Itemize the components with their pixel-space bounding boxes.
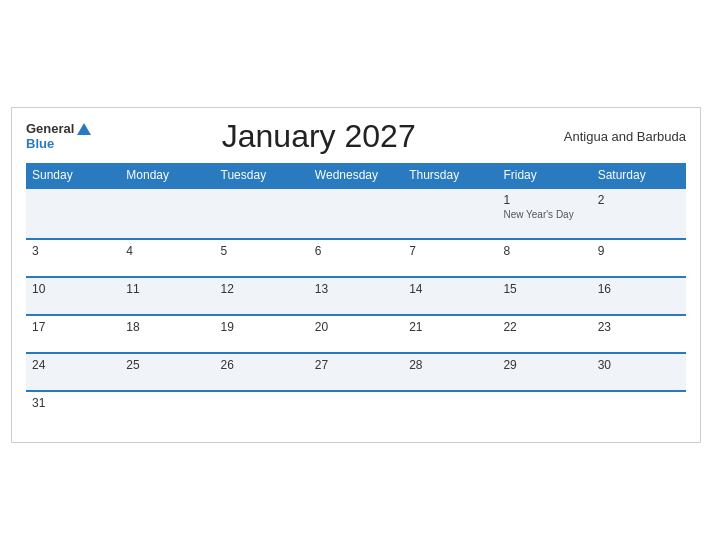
day-number: 16 xyxy=(598,282,680,296)
calendar-cell xyxy=(120,391,214,428)
calendar-cell: 5 xyxy=(215,239,309,277)
day-number: 10 xyxy=(32,282,114,296)
day-number: 14 xyxy=(409,282,491,296)
calendar-cell: 30 xyxy=(592,353,686,391)
calendar-cell: 4 xyxy=(120,239,214,277)
calendar-cell: 20 xyxy=(309,315,403,353)
day-number: 30 xyxy=(598,358,680,372)
calendar-cell: 29 xyxy=(497,353,591,391)
day-number: 26 xyxy=(221,358,303,372)
weekday-header-monday: Monday xyxy=(120,163,214,188)
week-row-2: 3456789 xyxy=(26,239,686,277)
calendar-cell: 13 xyxy=(309,277,403,315)
day-number: 28 xyxy=(409,358,491,372)
calendar-cell xyxy=(403,188,497,239)
calendar-cell: 2 xyxy=(592,188,686,239)
day-number: 21 xyxy=(409,320,491,334)
week-row-3: 10111213141516 xyxy=(26,277,686,315)
week-row-1: 1New Year's Day2 xyxy=(26,188,686,239)
calendar-cell: 23 xyxy=(592,315,686,353)
day-number: 7 xyxy=(409,244,491,258)
calendar-table: SundayMondayTuesdayWednesdayThursdayFrid… xyxy=(26,163,686,428)
logo-triangle-icon xyxy=(77,123,91,135)
calendar-cell xyxy=(497,391,591,428)
day-number: 5 xyxy=(221,244,303,258)
calendar-cell: 24 xyxy=(26,353,120,391)
calendar-cell: 28 xyxy=(403,353,497,391)
weekday-header-row: SundayMondayTuesdayWednesdayThursdayFrid… xyxy=(26,163,686,188)
calendar-cell: 31 xyxy=(26,391,120,428)
day-number: 6 xyxy=(315,244,397,258)
calendar-cell: 21 xyxy=(403,315,497,353)
calendar-cell: 18 xyxy=(120,315,214,353)
day-number: 18 xyxy=(126,320,208,334)
calendar-cell: 11 xyxy=(120,277,214,315)
calendar-cell xyxy=(120,188,214,239)
day-number: 25 xyxy=(126,358,208,372)
calendar-cell xyxy=(215,188,309,239)
calendar-cell: 17 xyxy=(26,315,120,353)
calendar-cell: 9 xyxy=(592,239,686,277)
day-number: 19 xyxy=(221,320,303,334)
calendar-cell: 6 xyxy=(309,239,403,277)
day-number: 2 xyxy=(598,193,680,207)
calendar-country: Antigua and Barbuda xyxy=(546,129,686,144)
day-number: 23 xyxy=(598,320,680,334)
calendar-cell: 1New Year's Day xyxy=(497,188,591,239)
day-number: 29 xyxy=(503,358,585,372)
calendar-cell xyxy=(309,188,403,239)
calendar-cell: 26 xyxy=(215,353,309,391)
calendar-cell: 19 xyxy=(215,315,309,353)
day-number: 27 xyxy=(315,358,397,372)
logo: General Blue xyxy=(26,122,91,151)
calendar-cell: 27 xyxy=(309,353,403,391)
day-number: 1 xyxy=(503,193,585,207)
day-number: 8 xyxy=(503,244,585,258)
week-row-4: 17181920212223 xyxy=(26,315,686,353)
calendar-container: General Blue January 2027 Antigua and Ba… xyxy=(11,107,701,443)
day-number: 13 xyxy=(315,282,397,296)
calendar-cell: 7 xyxy=(403,239,497,277)
calendar-cell: 10 xyxy=(26,277,120,315)
calendar-title: January 2027 xyxy=(91,118,546,155)
calendar-cell: 16 xyxy=(592,277,686,315)
day-number: 31 xyxy=(32,396,114,410)
calendar-cell: 8 xyxy=(497,239,591,277)
holiday-label: New Year's Day xyxy=(503,209,585,220)
day-number: 22 xyxy=(503,320,585,334)
calendar-header: General Blue January 2027 Antigua and Ba… xyxy=(26,118,686,155)
day-number: 3 xyxy=(32,244,114,258)
day-number: 12 xyxy=(221,282,303,296)
calendar-cell xyxy=(309,391,403,428)
weekday-header-thursday: Thursday xyxy=(403,163,497,188)
calendar-cell xyxy=(403,391,497,428)
day-number: 11 xyxy=(126,282,208,296)
day-number: 24 xyxy=(32,358,114,372)
day-number: 9 xyxy=(598,244,680,258)
calendar-cell xyxy=(592,391,686,428)
day-number: 15 xyxy=(503,282,585,296)
calendar-cell xyxy=(26,188,120,239)
week-row-5: 24252627282930 xyxy=(26,353,686,391)
logo-general-text: General xyxy=(26,122,74,136)
weekday-header-saturday: Saturday xyxy=(592,163,686,188)
calendar-cell: 12 xyxy=(215,277,309,315)
day-number: 20 xyxy=(315,320,397,334)
weekday-header-friday: Friday xyxy=(497,163,591,188)
weekday-header-sunday: Sunday xyxy=(26,163,120,188)
weekday-header-wednesday: Wednesday xyxy=(309,163,403,188)
weekday-header-tuesday: Tuesday xyxy=(215,163,309,188)
day-number: 4 xyxy=(126,244,208,258)
calendar-cell: 14 xyxy=(403,277,497,315)
calendar-cell: 15 xyxy=(497,277,591,315)
calendar-cell: 25 xyxy=(120,353,214,391)
calendar-cell xyxy=(215,391,309,428)
calendar-cell: 22 xyxy=(497,315,591,353)
logo-blue-text: Blue xyxy=(26,137,91,151)
calendar-cell: 3 xyxy=(26,239,120,277)
day-number: 17 xyxy=(32,320,114,334)
week-row-6: 31 xyxy=(26,391,686,428)
